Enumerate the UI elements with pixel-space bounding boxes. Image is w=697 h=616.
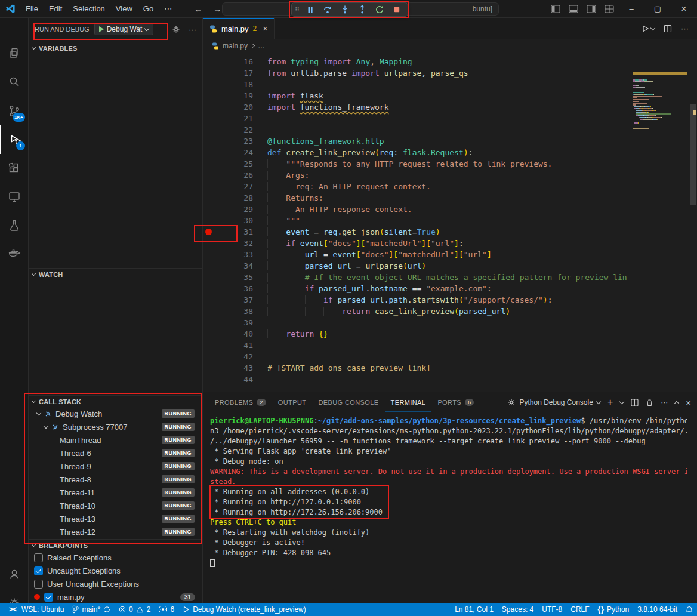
callstack-row[interactable]: Thread-11RUNNING [29,486,202,499]
line-number[interactable]: 27 [227,181,253,192]
python-interpreter[interactable]: 3.8.10 64-bit [633,603,681,616]
callstack-row[interactable]: Debug WatchRUNNING [29,407,202,420]
panel-more-actions-icon[interactable]: ··· [661,398,668,406]
run-python-file-button[interactable] [641,24,655,33]
panel-tab-problems[interactable]: PROBLEMS2 [209,392,272,412]
code-line[interactable] [267,317,627,328]
menu-file[interactable]: File [20,0,44,18]
minimap[interactable] [633,53,687,392]
code-line[interactable]: from urllib.parse import urlparse, parse… [267,67,627,79]
breadcrumb-file[interactable]: main.py [223,42,248,50]
breakpoint-checkbox[interactable] [34,553,43,562]
remote-explorer-icon[interactable] [0,183,29,211]
code-line[interactable]: parsed_url = urlparse(url) [267,260,627,272]
code-line[interactable]: Args: [267,170,627,181]
code-line[interactable]: Returns: [267,192,627,204]
indentation[interactable]: Spaces: 4 [498,603,538,616]
code-line[interactable] [267,340,627,351]
breakpoint-dot[interactable] [205,229,212,235]
pause-button[interactable] [303,4,318,16]
line-number[interactable]: 44 [227,374,253,385]
line-number[interactable]: 34 [227,260,253,272]
code-line[interactable]: req: An HTTP request context. [267,181,627,192]
run-and-debug-icon[interactable]: 1 [0,125,29,154]
code-line[interactable]: import flask [267,90,627,101]
debug-session-indicator[interactable]: Debug Watch (create_link_preview) [178,603,310,616]
maximize-button[interactable]: ▢ [644,0,671,17]
callstack-row[interactable]: Thread-12RUNNING [29,525,202,538]
nav-forward-icon[interactable]: → [213,4,221,14]
callstack-row[interactable]: Thread-6RUNNING [29,446,202,460]
split-terminal-icon[interactable] [631,399,639,406]
menu-edit[interactable]: Edit [44,0,67,18]
code-line[interactable]: def create_link_preview(req: flask.Reque… [267,147,627,158]
breakpoint-checkbox[interactable] [44,593,53,602]
panel-tab-terminal[interactable]: TERMINAL [385,392,432,412]
docker-icon[interactable] [0,239,29,267]
step-into-button[interactable] [337,4,353,16]
step-out-button[interactable] [354,4,370,16]
code-line[interactable] [267,79,627,90]
line-number[interactable]: 28 [227,192,253,204]
ports-indicator[interactable]: 6 [155,603,178,616]
line-number[interactable]: 40 [227,328,253,340]
start-debug-icon[interactable] [99,26,104,32]
panel-tab-debug-console[interactable]: DEBUG CONSOLE [312,392,384,412]
line-number[interactable]: 33 [227,249,253,260]
search-icon[interactable] [0,68,29,97]
line-number[interactable]: 36 [227,283,253,294]
toggle-panel-icon[interactable] [565,0,582,17]
code-line[interactable]: event = req.get_json(silent=True) [267,226,627,238]
line-number[interactable]: 17 [227,67,253,79]
chevron-down-icon[interactable] [44,424,48,429]
close-panel-icon[interactable]: × [686,398,691,408]
notifications-bell[interactable] [681,603,697,616]
restart-button[interactable] [372,4,387,16]
editor-scrollbar[interactable] [689,53,697,392]
line-number[interactable]: 43 [227,362,253,374]
code-line[interactable]: return case_link_preview(parsed_url) [267,306,627,317]
line-number[interactable]: 41 [227,340,253,351]
more-actions-icon[interactable]: ··· [189,25,196,34]
breakpoint-row[interactable]: Uncaught Exceptions [29,564,202,577]
code-line[interactable]: url = event["docs"]["matchedUrl"]["url"] [267,249,627,260]
eol-sequence[interactable]: CRLF [566,603,593,616]
terminal-profile[interactable]: Python Debug Console [507,398,600,406]
code-line[interactable]: if parsed_url.path.startswith("/support/… [267,294,627,306]
code-line[interactable]: # If the event object URL matches a spec… [267,272,627,283]
customize-layout-icon[interactable] [600,0,618,17]
kill-terminal-trash-icon[interactable] [646,399,653,406]
line-number[interactable]: 25 [227,158,253,170]
watch-section-header[interactable]: WATCH [29,268,202,280]
step-over-button[interactable] [320,4,335,16]
tab-main-py[interactable]: main.py 2 × [203,18,275,39]
menu-[interactable]: ⋯ [159,0,177,18]
breakpoint-checkbox[interactable] [34,566,43,575]
line-number[interactable]: 26 [227,170,253,181]
branch-indicator[interactable]: main* [68,603,115,616]
code-line[interactable]: if event["docs"]["matchedUrl"]["url"]: [267,238,627,249]
line-number[interactable]: 31 [227,226,253,238]
split-editor-icon[interactable] [664,24,672,33]
line-number[interactable]: 38 [227,306,253,317]
menu-view[interactable]: View [110,0,138,18]
line-number[interactable]: 19 [227,90,253,101]
line-number[interactable]: 16 [227,56,253,67]
line-number[interactable]: 24 [227,147,253,158]
line-number[interactable]: 20 [227,101,253,113]
code-line[interactable]: """Responds to any HTTP request related … [267,158,627,170]
drag-handle-icon[interactable]: ⠿ [295,6,300,14]
line-number[interactable]: 30 [227,215,253,226]
code-line[interactable]: import functions_framework [267,101,627,113]
launch-settings-gear-icon[interactable] [171,24,181,34]
code-line[interactable] [267,113,627,124]
line-number[interactable]: 39 [227,317,253,328]
testing-icon[interactable] [0,211,29,240]
source-control-icon[interactable]: 1K+ [0,97,29,125]
code-line[interactable]: """ [267,215,627,226]
breakpoints-section-header[interactable]: BREAKPOINTS [29,539,202,551]
scrollbar-thumb[interactable] [690,104,696,205]
language-mode[interactable]: { } Python [594,603,634,616]
extensions-icon[interactable] [0,154,29,183]
code-line[interactable] [267,351,627,362]
